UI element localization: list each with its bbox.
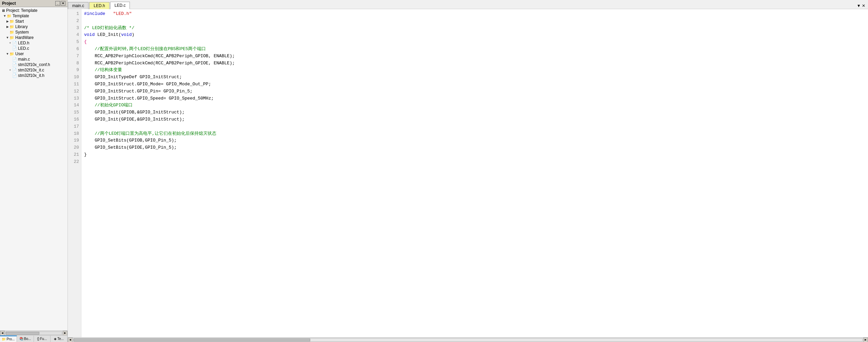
stm32ith-label: stm32f10x_it.h — [18, 73, 44, 78]
ledc-file-icon: 📄 — [12, 46, 17, 51]
sidebar-close-btn[interactable]: ✕ — [61, 1, 65, 6]
template-arrow: ▼ — [3, 14, 7, 18]
sidebar-scroll-track[interactable] — [5, 332, 62, 335]
sidebar-item-ledc[interactable]: 📄 LED.c — [0, 46, 67, 51]
editor-scroll-thumb[interactable] — [74, 339, 310, 341]
sidebar-header: Project _ ✕ — [0, 0, 67, 7]
ledh-file-icon: 📄 — [12, 41, 17, 45]
start-label: Start — [15, 19, 24, 24]
sidebar-scroll-right[interactable]: ▶ — [63, 331, 67, 336]
stm32ith-file-icon: 📄 — [12, 73, 17, 78]
functions-tab-icon: {} — [37, 337, 40, 341]
start-arrow: ▶ — [5, 20, 9, 23]
templates-tab-icon: ◈ — [54, 337, 57, 341]
project-label: Project: Template — [6, 8, 38, 13]
tab-mainc[interactable]: main.c — [68, 2, 88, 9]
editor-hscrollbar[interactable]: ◀ ▶ — [68, 337, 868, 342]
library-folder-icon: 📁 — [9, 25, 14, 29]
sidebar-item-stm32itc[interactable]: + 📄 stm32f10x_it.c — [0, 67, 67, 73]
expand-button[interactable]: ▼ ✕ — [854, 3, 868, 9]
user-label: User — [15, 51, 24, 56]
sidebar-item-mainc[interactable]: 📄 main.c — [0, 57, 67, 62]
books-tab-label: Bo... — [24, 337, 31, 341]
line-numbers: 12345 678910 1112131415 1617181920 2122 — [68, 9, 81, 337]
sidebar-item-project[interactable]: 🖥 Project: Template — [0, 8, 67, 13]
stm32itc-arrow: + — [8, 68, 12, 72]
tab-mainc-label: main.c — [72, 3, 84, 8]
system-label: System — [15, 30, 29, 35]
sidebar-minimize-btn[interactable]: _ — [55, 1, 60, 6]
tab-ledh[interactable]: LED.h — [89, 2, 109, 9]
editor-scroll-right[interactable]: ▶ — [863, 338, 868, 342]
sidebar-hscrollbar[interactable]: ◀ ▶ — [0, 330, 67, 335]
sidebar-tree: 🖥 Project: Template ▼ 📁 Template ▶ 📁 Sta… — [0, 7, 67, 330]
templates-tab-label: Te... — [57, 337, 64, 341]
functions-tab-label: Fu... — [40, 337, 47, 341]
sidebar-item-stm32conf[interactable]: 📄 stm32f10x_conf.h — [0, 62, 67, 67]
stm32conf-label: stm32f10x_conf.h — [18, 62, 50, 67]
sidebar-item-library[interactable]: ▶ 📁 Library — [0, 24, 67, 29]
ledh-label: LED.h — [18, 41, 29, 45]
stm32itc-file-icon: 📄 — [12, 68, 17, 72]
sidebar-tab-books[interactable]: 📚 Bo... — [17, 336, 34, 342]
sidebar-item-stm32ith[interactable]: 📄 stm32f10x_it.h — [0, 73, 67, 78]
sidebar: Project _ ✕ 🖥 Project: Template ▼ 📁 Temp… — [0, 0, 68, 342]
tabs-bar: main.c LED.h LED.c ▼ ✕ — [68, 0, 868, 9]
tab-ledc-label: LED.c — [115, 3, 126, 8]
ledh-arrow: + — [8, 41, 12, 45]
tab-ledh-label: LED.h — [94, 3, 105, 8]
template-label: Template — [13, 14, 29, 18]
system-folder-icon: 📁 — [9, 30, 14, 35]
project-tab-label: Pro... — [6, 337, 15, 341]
sidebar-scroll-thumb[interactable] — [6, 332, 39, 335]
stm32conf-file-icon: 📄 — [12, 63, 17, 67]
sidebar-item-ledh[interactable]: + 📄 LED.h — [0, 40, 67, 46]
template-folder-icon: 📁 — [7, 14, 12, 18]
editor-scroll-left[interactable]: ◀ — [68, 338, 73, 342]
tabs-container: main.c LED.h LED.c — [68, 1, 854, 9]
hardware-label: HardWare — [15, 35, 34, 40]
project-tab-icon: 📁 — [2, 337, 6, 341]
sidebar-title: Project — [2, 1, 16, 6]
mainc-label: main.c — [18, 57, 30, 62]
books-tab-icon: 📚 — [19, 337, 23, 341]
library-label: Library — [15, 24, 28, 29]
sidebar-item-hardware[interactable]: ▼ 📁 HardWare — [0, 35, 67, 40]
sidebar-item-template[interactable]: ▼ 📁 Template — [0, 13, 67, 19]
sidebar-tab-project[interactable]: 📁 Pro... — [0, 336, 17, 342]
sidebar-bottom-tabs: 📁 Pro... 📚 Bo... {} Fu... ◈ Te... — [0, 335, 67, 342]
start-folder-icon: 📁 — [9, 19, 14, 24]
sidebar-tab-functions[interactable]: {} Fu... — [34, 336, 51, 342]
tab-ledc[interactable]: LED.c — [110, 2, 130, 9]
user-folder-icon: 📁 — [9, 52, 14, 56]
project-icon: 🖥 — [1, 8, 5, 13]
hardware-arrow: ▼ — [5, 36, 9, 39]
code-area[interactable]: #include "LED.h" /* LED灯初始化函数 */ void LE… — [81, 9, 868, 337]
ledc-label: LED.c — [18, 46, 29, 51]
editor: main.c LED.h LED.c ▼ ✕ 12345 678910 1112… — [68, 0, 868, 342]
sidebar-item-system[interactable]: 📁 System — [0, 29, 67, 35]
sidebar-item-user[interactable]: ▼ 📁 User — [0, 51, 67, 57]
mainc-file-icon: 📄 — [12, 57, 17, 62]
sidebar-tab-templates[interactable]: ◈ Te... — [51, 336, 67, 342]
editor-content: 12345 678910 1112131415 1617181920 2122 … — [68, 9, 868, 337]
sidebar-item-start[interactable]: ▶ 📁 Start — [0, 19, 67, 24]
user-arrow: ▼ — [5, 52, 9, 56]
stm32itc-label: stm32f10x_it.c — [18, 68, 44, 72]
hardware-folder-icon: 📁 — [9, 36, 14, 40]
library-arrow: ▶ — [5, 25, 9, 28]
editor-scroll-track[interactable] — [73, 338, 863, 342]
sidebar-scroll-left[interactable]: ◀ — [0, 331, 5, 336]
